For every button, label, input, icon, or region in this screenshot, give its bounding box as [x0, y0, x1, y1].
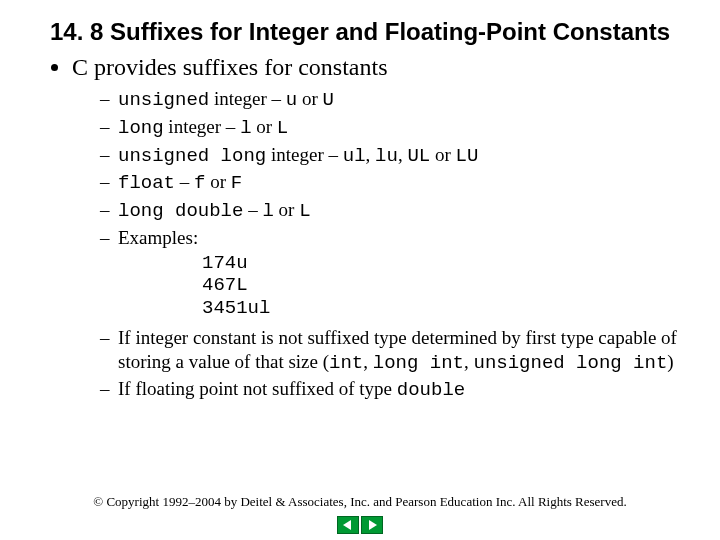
- svg-marker-1: [369, 520, 377, 530]
- sub-unsigned: unsigned integer – u or U: [100, 87, 680, 113]
- slide-title: 14. 8 Suffixes for Integer and Floating-…: [40, 18, 680, 46]
- txt: ,: [363, 351, 373, 372]
- txt: –: [175, 171, 194, 192]
- sub-examples-label: Examples:: [100, 226, 680, 250]
- copyright-footer: © Copyright 1992–2004 by Deitel & Associ…: [0, 494, 720, 510]
- prev-button[interactable]: [337, 516, 359, 534]
- bullet-main-text: C provides suffixes for constants: [72, 54, 388, 80]
- suffix-L: L: [277, 117, 288, 139]
- bullet-list: C provides suffixes for constants unsign…: [48, 54, 680, 403]
- kw-unsigned-long-int: unsigned long int: [473, 352, 667, 374]
- suffix-L2: L: [299, 200, 310, 222]
- example-2: 467L: [202, 274, 680, 297]
- kw-int: int: [329, 352, 363, 374]
- suffix-l2: l: [262, 200, 273, 222]
- txt: or: [430, 144, 455, 165]
- suffix-F: F: [231, 172, 242, 194]
- note-integer: If integer constant is not suffixed type…: [100, 326, 680, 376]
- suffix-u: u: [286, 89, 297, 111]
- arrow-left-icon: [343, 520, 353, 530]
- txt: or: [252, 116, 277, 137]
- suffix-UL: UL: [407, 145, 430, 167]
- sub-unsigned-long: unsigned long integer – ul, lu, UL or LU: [100, 143, 680, 169]
- suffix-ul: ul: [343, 145, 366, 167]
- txt: integer –: [266, 144, 343, 165]
- slide: 14. 8 Suffixes for Integer and Floating-…: [0, 0, 720, 540]
- txt: ,: [366, 144, 376, 165]
- examples-list: 174u 467L 3451ul: [72, 252, 680, 320]
- txt: or: [297, 88, 322, 109]
- txt: If floating point not suffixed of type: [118, 378, 397, 399]
- sub-float: float – f or F: [100, 170, 680, 196]
- kw-long-double: long double: [118, 200, 243, 222]
- example-3: 3451ul: [202, 297, 680, 320]
- txt: –: [243, 199, 262, 220]
- arrow-right-icon: [367, 520, 377, 530]
- kw-long-int: long int: [373, 352, 464, 374]
- suffix-U: U: [322, 89, 333, 111]
- kw-unsigned-long: unsigned long: [118, 145, 266, 167]
- bullet-main: C provides suffixes for constants unsign…: [72, 54, 680, 403]
- nav-controls: [337, 516, 383, 534]
- kw-double: double: [397, 379, 465, 401]
- kw-float: float: [118, 172, 175, 194]
- txt: ): [667, 351, 673, 372]
- note-floating: If floating point not suffixed of type d…: [100, 377, 680, 403]
- notes-list: If integer constant is not suffixed type…: [72, 326, 680, 403]
- suffix-f: f: [194, 172, 205, 194]
- sub-long: long integer – l or L: [100, 115, 680, 141]
- txt: integer –: [209, 88, 286, 109]
- kw-long: long: [118, 117, 164, 139]
- suffix-LU: LU: [456, 145, 479, 167]
- sub-list: unsigned integer – u or U long integer –…: [72, 87, 680, 250]
- kw-unsigned: unsigned: [118, 89, 209, 111]
- txt: or: [205, 171, 230, 192]
- suffix-lu: lu: [375, 145, 398, 167]
- sub-long-double: long double – l or L: [100, 198, 680, 224]
- next-button[interactable]: [361, 516, 383, 534]
- txt: integer –: [164, 116, 241, 137]
- svg-marker-0: [343, 520, 351, 530]
- txt: ,: [398, 144, 408, 165]
- suffix-l: l: [240, 117, 251, 139]
- txt: or: [274, 199, 299, 220]
- example-1: 174u: [202, 252, 680, 275]
